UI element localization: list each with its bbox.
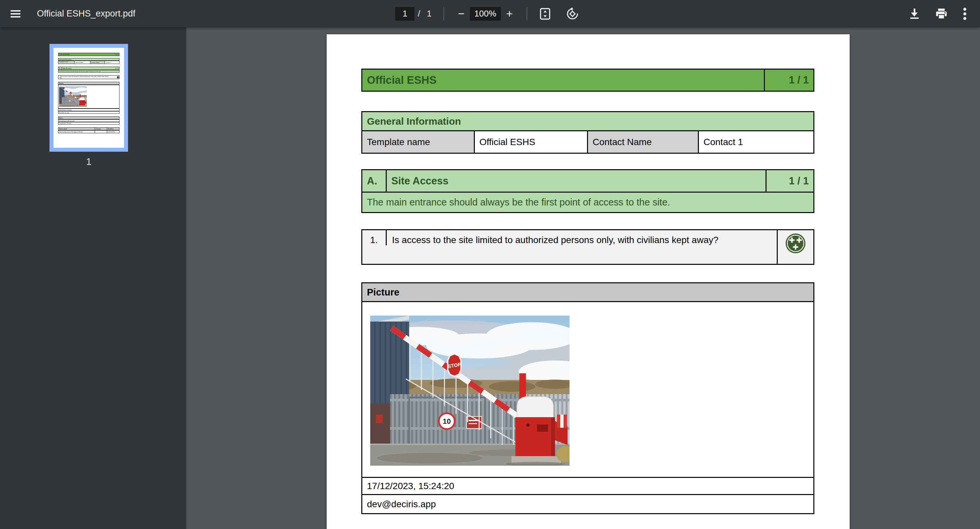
fit-to-page-button[interactable] bbox=[536, 5, 554, 23]
zoom-level-input[interactable] bbox=[470, 7, 501, 21]
picture-timestamp: 17/12/2023, 15:24:20 bbox=[362, 478, 813, 494]
thumb-doc-pages: 1 / 1 bbox=[115, 53, 119, 56]
page-number-input[interactable] bbox=[395, 7, 414, 21]
field-label: Template name bbox=[362, 131, 474, 153]
site-access-section: A. Site Access 1 / 1 The main entrance s… bbox=[361, 169, 815, 213]
zoom-out-button[interactable]: − bbox=[453, 5, 470, 22]
document-viewport: Official ESHS 1 / 1 General Information … bbox=[186, 27, 980, 529]
more-options-button[interactable] bbox=[959, 4, 970, 24]
pdf-toolbar: Official ESHS_export.pdf / 1 − + bbox=[0, 0, 980, 27]
pdf-page: Official ESHS 1 / 1 General Information … bbox=[327, 34, 850, 529]
fit-to-page-icon bbox=[539, 8, 551, 20]
report-title: Official ESHS bbox=[362, 70, 764, 91]
field-label: Contact Name bbox=[587, 131, 698, 153]
print-icon bbox=[935, 8, 948, 20]
hamburger-icon bbox=[11, 10, 21, 17]
download-button[interactable] bbox=[905, 5, 923, 23]
toolbar-separator bbox=[527, 7, 527, 21]
page-divider: / bbox=[418, 9, 420, 19]
picture-author-email: dev@deciris.app bbox=[362, 495, 813, 513]
field-value: Contact 1 bbox=[698, 131, 813, 153]
rotate-counterclockwise-icon bbox=[566, 8, 579, 20]
picture-title: Picture bbox=[362, 283, 813, 301]
page-thumbnail[interactable]: Official ESHS 1 / 1 General Information … bbox=[49, 44, 128, 152]
document-title: Official ESHS_export.pdf bbox=[37, 9, 135, 19]
field-value: Official ESHS bbox=[474, 131, 587, 153]
picture-section: Picture 17/12/2023, 15:24:20 dev@deciris… bbox=[361, 282, 815, 514]
print-button[interactable] bbox=[932, 5, 951, 23]
pdf-viewer-window: Official ESHS_export.pdf / 1 − + bbox=[0, 0, 980, 529]
site-entrance-photo bbox=[370, 316, 570, 465]
section-page-count: 1 / 1 bbox=[765, 170, 813, 192]
question-number: 1. bbox=[362, 230, 386, 245]
thumb-rating-icon bbox=[117, 76, 119, 78]
question-row: 1. Is access to the site limited to auth… bbox=[361, 229, 815, 265]
thumb-general-title: General Information bbox=[58, 58, 119, 61]
section-title: Site Access bbox=[386, 170, 765, 192]
page-total: 1 bbox=[426, 9, 431, 19]
thumb-site-photo bbox=[59, 86, 87, 107]
report-page-count: 1 / 1 bbox=[764, 70, 813, 91]
section-letter: A. bbox=[362, 170, 386, 192]
thumb-doc-title: Official ESHS bbox=[59, 53, 115, 56]
thumbnail-page-number: 1 bbox=[49, 156, 128, 167]
question-text: Is access to the site limited to authori… bbox=[386, 230, 777, 245]
zoom-in-button[interactable]: + bbox=[501, 5, 518, 22]
download-icon bbox=[909, 8, 920, 20]
report-header: Official ESHS 1 / 1 bbox=[361, 68, 815, 92]
kebab-menu-icon bbox=[963, 7, 967, 21]
thumbnail-sidebar: Official ESHS 1 / 1 General Information … bbox=[0, 27, 186, 529]
general-information-table: General Information Template name Offici… bbox=[361, 111, 815, 154]
section-description: The main entrance should always be the f… bbox=[362, 192, 813, 212]
rating-plus-icon bbox=[785, 233, 806, 254]
rotate-button[interactable] bbox=[563, 4, 582, 24]
general-information-title: General Information bbox=[362, 112, 813, 130]
thumbnail-page-preview: Official ESHS 1 / 1 General Information … bbox=[54, 48, 124, 148]
toolbar-separator bbox=[444, 7, 444, 21]
menu-button[interactable] bbox=[7, 7, 24, 21]
